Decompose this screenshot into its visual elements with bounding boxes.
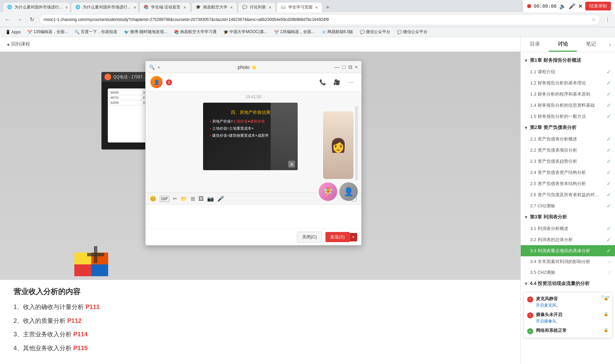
notif-mic-link[interactable]: 开启麦克风。	[536, 303, 560, 308]
bookmark-apps[interactable]: 📱 Apps	[3, 28, 23, 36]
tab2-close-icon[interactable]: ×	[133, 5, 136, 10]
bookmark-baidu[interactable]: 🔍 百度一下，你就知道	[72, 28, 120, 36]
chapter-4-header[interactable]: ▾ 4.4 投资活动现金流量的分析	[521, 278, 615, 289]
mic-icon[interactable]: 🎤	[569, 3, 575, 9]
browser-tab-2[interactable]: 🌐 为什么要对国外市场进行... ×	[71, 2, 139, 12]
photo-window-minimize-icon[interactable]: □	[342, 64, 346, 70]
folder-button[interactable]: 📁	[180, 196, 187, 202]
tab4-close-icon[interactable]: ×	[230, 5, 233, 10]
browser-tab-6[interactable]: 📖 学生学习页面 ×	[276, 2, 322, 12]
image-button[interactable]: 🖼	[198, 196, 204, 202]
bookmark-editor2[interactable]: ✂️ 135编辑器，全面...	[271, 28, 317, 36]
photo-add-icon[interactable]: +	[157, 64, 160, 70]
bookmark-baidu-label: 百度一下，你就知道	[81, 29, 117, 35]
scissors-button[interactable]: ✂	[173, 196, 177, 202]
section-2-2[interactable]: 2.2 资产负债表项目分析 ✓	[521, 145, 615, 156]
bookmark-editor[interactable]: ✂️ 135编辑器，全面...	[25, 28, 71, 36]
chat-input-field[interactable]	[150, 208, 357, 225]
send-message-button[interactable]: 发送(S)	[325, 232, 349, 242]
bookmark-mooc[interactable]: 🎓 中国大学MOOC(慕...	[221, 28, 270, 36]
voice-call-button[interactable]: 📞	[317, 77, 328, 87]
bookmark-email[interactable]: 📧 网易邮箱6.0版	[319, 28, 356, 36]
chapter-2-header[interactable]: ▾ 第2章 资产负债表分析	[521, 122, 615, 133]
voice-message-button[interactable]: 🎤	[217, 196, 224, 202]
expand-video-button[interactable]: ⊞	[288, 161, 295, 167]
speaker-icon[interactable]: 🔈	[559, 3, 566, 9]
notification-close-icon[interactable]: ×	[607, 294, 610, 300]
notification-help-icon[interactable]: ?	[601, 294, 604, 300]
editor2-favicon: ✂️	[274, 30, 279, 34]
section-3-2[interactable]: 3.2 利润表的总体分析 ✓	[521, 234, 615, 245]
close-recording-icon[interactable]: ✕	[578, 3, 583, 9]
chapter-1-header[interactable]: ▾ 第1章 财务报告分析概述	[521, 55, 615, 66]
photo-window-restore-icon[interactable]: ⧉	[348, 64, 352, 70]
gif-button[interactable]: GIF	[160, 196, 169, 202]
extensions-icon[interactable]: ⋮	[603, 15, 612, 24]
address-bar[interactable]: mooc1-1.chaoxing.com/mycourse/studentstu…	[39, 14, 600, 25]
chat-action-buttons: 📞 🎥 ···	[317, 77, 356, 87]
bookmark-wechat1[interactable]: 💬 微信公众平台	[357, 28, 393, 36]
photo-search-icon[interactable]: 🔍	[149, 64, 155, 70]
tab-directory[interactable]: 目录	[521, 37, 549, 52]
section-3-3[interactable]: 3.3 利润表重点项目的具体分析 ✓	[521, 245, 615, 256]
more-dots-icon: ···	[348, 79, 353, 86]
notif-camera-link[interactable]: 开启摄像头。	[536, 319, 560, 323]
section-2-3[interactable]: 2.3 资产负债表趋势分析 ✓	[521, 156, 615, 167]
browser-tab-5[interactable]: 💬 讨论列表 ×	[238, 2, 276, 12]
section-3-1[interactable]: 3.1 利润表分析概述 ✓	[521, 223, 615, 234]
tab1-close-icon[interactable]: ×	[65, 5, 68, 10]
bookmark-wechat2[interactable]: 💬 微信公众平台	[394, 28, 430, 36]
section-1-1[interactable]: 1.1 课程介绍 ✓	[521, 66, 615, 77]
section-1-4[interactable]: 1.4 财务报告分析的信息资料基础 ✓	[521, 100, 615, 111]
section-1-5[interactable]: 1.5 财务报告分析的一般方法 ✓	[521, 111, 615, 122]
chat-close-button[interactable]: 关闭(C)	[297, 232, 322, 242]
browser-tab-1[interactable]: 🌐 为什么要对国外市场进行... ×	[3, 2, 70, 12]
new-tab-button[interactable]: +	[323, 3, 333, 12]
bookmark-chaoxing-label: 南昌航空大学学习通	[180, 29, 217, 35]
bookmark-weibo[interactable]: 🐦 微博-随时随地发现...	[121, 28, 170, 36]
chapter-3-header[interactable]: ▾ 第3章 利润表分析	[521, 211, 615, 223]
section-2-7[interactable]: 2.7 CH2测验 ✓	[521, 200, 615, 211]
send-dropdown-button[interactable]: ▾	[349, 233, 357, 241]
bookmark-email-label: 网易邮箱6.0版	[327, 29, 353, 35]
browser-tab-4[interactable]: 🎓 南昌航空大学 ×	[191, 2, 237, 12]
right-panel-next-arrow[interactable]: ›	[605, 37, 615, 52]
tab1-title: 为什么要对国外市场进行...	[15, 4, 63, 10]
more-options-button[interactable]: ···	[346, 77, 356, 87]
bookmark-wechat1-label: 微信公众平台	[366, 29, 390, 35]
video-call-button[interactable]: 🎥	[331, 77, 342, 87]
emoji-button[interactable]: 😊	[150, 196, 156, 202]
back-navigation-button[interactable]: ←	[3, 15, 12, 24]
section-3-4[interactable]: 3.4 非常因素对利润的影响分析 ○	[521, 256, 615, 267]
tab-discussion[interactable]: 讨论	[549, 37, 577, 52]
section-2-4[interactable]: 2.4 资产负债表资产结构分析 ✓	[521, 167, 615, 178]
section-1-2[interactable]: 1.2 财务报告分析的基本理论 ✓	[521, 77, 615, 88]
section-2-3-title: 2.3 资产负债表趋势分析	[530, 158, 577, 164]
section-2-1[interactable]: 2.1 资产负债表分析概述 ✓	[521, 133, 615, 145]
browser-tab-3[interactable]: 📚 学生端·活动首页 ×	[139, 2, 191, 12]
tab3-close-icon[interactable]: ×	[183, 5, 186, 10]
forward-navigation-button[interactable]: →	[15, 15, 24, 24]
section-1-5-check-icon: ✓	[607, 113, 611, 120]
screenshot-button[interactable]: 📷	[207, 196, 214, 202]
bookmark-chaoxing[interactable]: 📚 南昌航空大学学习通	[171, 28, 219, 36]
section-2-2-check-icon: ✓	[607, 147, 611, 153]
share-button[interactable]: ⊞	[191, 196, 195, 202]
bookmark-star-icon[interactable]: ☆	[592, 17, 596, 22]
notif-mic-content: 麦克风静音 开启麦克风。	[536, 296, 560, 308]
section-1-3[interactable]: 1.3 财务分析的程序和基本原则 ✓	[521, 88, 615, 100]
reload-button[interactable]: ↻	[27, 15, 36, 24]
photo-window-close-icon[interactable]: ×	[355, 64, 358, 70]
photo-window-collapse-icon[interactable]: —	[334, 64, 340, 70]
section-2-5[interactable]: 2.5 资产负债表资本结构分析 ✓	[521, 178, 615, 189]
notif-camera-main: 摄像头未开启	[536, 312, 562, 318]
tab-notes[interactable]: 笔记	[577, 37, 605, 52]
end-recording-button[interactable]: 结束录制	[585, 2, 611, 10]
back-to-course-button[interactable]: ◂ 回到课程	[0, 37, 520, 52]
section-3-5[interactable]: 3.5 CH2测验 ○	[521, 267, 615, 278]
section-2-6[interactable]: 2.6 资产与负债及所有者权益的对... ✓	[521, 189, 615, 200]
tab6-close-icon[interactable]: ×	[315, 5, 318, 10]
tab5-close-icon[interactable]: ×	[269, 5, 271, 10]
video-icon: 🎥	[334, 79, 340, 85]
bookmark-wechat2-label: 微信公众平台	[403, 29, 427, 35]
